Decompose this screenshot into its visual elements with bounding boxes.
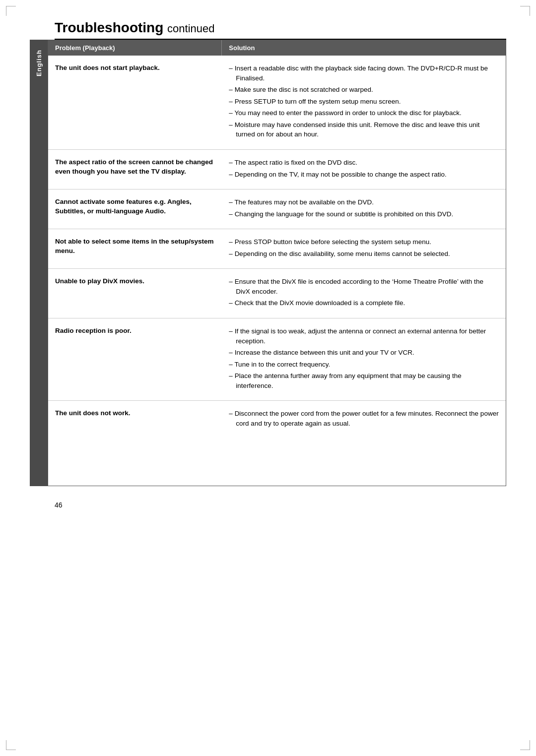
problem-cell: The aspect ratio of the screen cannot be…: [48, 157, 222, 182]
solution-item: Tune in to the correct frequency.: [229, 360, 499, 370]
problem-cell: The unit does not start playback.: [48, 63, 222, 142]
solution-cell: If the signal is too weak, adjust the an…: [222, 325, 506, 393]
page-title: Troubleshooting continued: [30, 20, 506, 36]
table-row: Cannot activate some features e.g. Angle…: [48, 189, 506, 229]
table-row: The unit does not work.Disconnect the po…: [48, 400, 506, 438]
solution-item: Moisture may have condensed inside this …: [229, 120, 499, 139]
header-problem: Problem (Playback): [48, 40, 222, 56]
page-title-suffix: continued: [167, 22, 214, 35]
problem-cell: The unit does not work.: [48, 408, 222, 431]
solution-item: Increase the distance between this unit …: [229, 348, 499, 358]
table-row: Radio reception is poor.If the signal is…: [48, 318, 506, 400]
solution-item: Check that the DivX movie downloaded is …: [229, 298, 499, 308]
solution-item: Place the antenna further away from any …: [229, 371, 499, 390]
table-row: The aspect ratio of the screen cannot be…: [48, 149, 506, 189]
main-container: English Problem (Playback) Solution The …: [30, 40, 506, 486]
solution-cell: Insert a readable disc with the playback…: [222, 63, 506, 142]
table-header: Problem (Playback) Solution: [48, 40, 506, 56]
solution-item: The aspect ratio is fixed on the DVD dis…: [229, 158, 499, 168]
solution-item: Depending on the TV, it may not be possi…: [229, 170, 499, 180]
solution-item: You may need to enter the password in or…: [229, 108, 499, 118]
solution-item: Depending on the disc availability, some…: [229, 249, 499, 259]
solution-cell: Ensure that the DivX file is encoded acc…: [222, 276, 506, 311]
content-area: Problem (Playback) Solution The unit doe…: [48, 40, 506, 486]
table-row: Unable to play DivX movies.Ensure that t…: [48, 268, 506, 318]
corner-mark-tr: [520, 6, 530, 16]
table-body: The unit does not start playback.Insert …: [48, 56, 506, 439]
solution-cell: The aspect ratio is fixed on the DVD dis…: [222, 157, 506, 182]
solution-item: Ensure that the DivX file is encoded acc…: [229, 277, 499, 296]
problem-cell: Unable to play DivX movies.: [48, 276, 222, 311]
corner-mark-bl: [6, 740, 16, 750]
solution-item: Press SETUP to turn off the system setup…: [229, 97, 499, 107]
table-row: The unit does not start playback.Insert …: [48, 56, 506, 149]
problem-cell: Cannot activate some features e.g. Angle…: [48, 196, 222, 222]
sidebar: English: [30, 40, 48, 486]
solution-cell: Disconnect the power cord from the power…: [222, 408, 506, 431]
corner-mark-br: [520, 740, 530, 750]
solution-cell: The features may not be available on the…: [222, 196, 506, 222]
corner-mark-tl: [6, 6, 16, 16]
table-row: Not able to select some items in the set…: [48, 229, 506, 268]
solution-item: Disconnect the power cord from the power…: [229, 409, 499, 428]
problem-cell: Not able to select some items in the set…: [48, 236, 222, 261]
solution-item: Insert a readable disc with the playback…: [229, 63, 499, 83]
page-title-text: Troubleshooting: [55, 20, 163, 35]
solution-cell: Press STOP button twice before selecting…: [222, 236, 506, 261]
solution-item: If the signal is too weak, adjust the an…: [229, 326, 499, 346]
solution-item: The features may not be available on the…: [229, 197, 499, 207]
page-number: 46: [30, 501, 506, 509]
solution-item: Changing the language for the sound or s…: [229, 209, 499, 219]
solution-item: Press STOP button twice before selecting…: [229, 237, 499, 247]
sidebar-label: English: [35, 50, 43, 76]
header-solution: Solution: [222, 40, 506, 56]
solution-item: Make sure the disc is not scratched or w…: [229, 85, 499, 95]
problem-cell: Radio reception is poor.: [48, 325, 222, 393]
